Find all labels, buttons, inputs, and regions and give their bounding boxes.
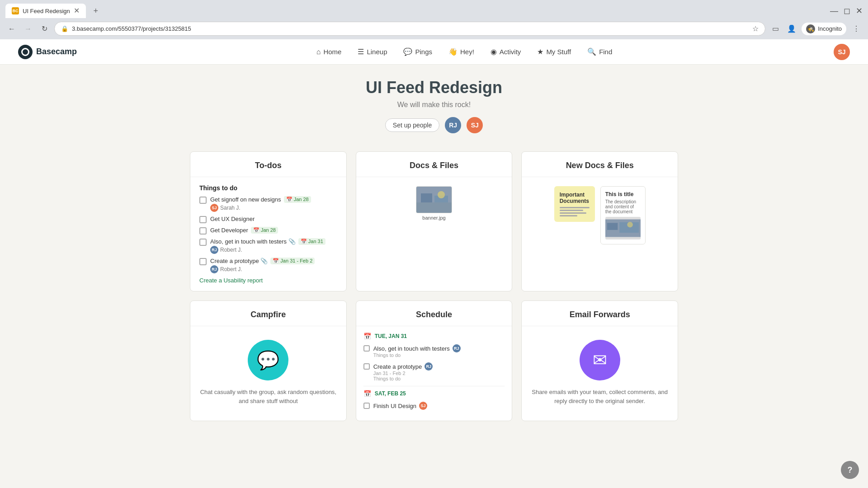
ssl-lock-icon: 🔒 — [61, 25, 68, 32]
svg-rect-3 — [416, 202, 452, 213]
todo-item-4: Also, get in touch with testers 📎 📅 Jan … — [199, 238, 337, 254]
todos-card-header[interactable]: To-dos — [190, 152, 346, 177]
todo-text-5: Create a prototype 📎 📅 Jan 31 - Feb 2 — [210, 258, 337, 264]
browser-tab[interactable]: BC UI Feed Redesign ✕ — [5, 4, 86, 18]
nav-label-find: Find — [599, 48, 612, 56]
avatar-sj[interactable]: SJ — [467, 117, 483, 133]
forward-btn[interactable]: → — [22, 23, 34, 35]
brand-logo[interactable]: Basecamp — [18, 45, 77, 59]
doc-filename: banner.jpg — [422, 215, 445, 221]
schedule-card-header[interactable]: Schedule — [356, 301, 512, 326]
todo-assignee-5: RJ Robert J. — [210, 265, 337, 273]
new-docs-card-header[interactable]: New Docs & Files — [522, 152, 678, 177]
nav-label-pings: Pings — [415, 48, 432, 56]
email-icon: ✉ — [580, 340, 620, 380]
todo-text-3: Get Developer 📅 Jan 28 — [210, 227, 337, 234]
todo-content-3: Get Developer 📅 Jan 28 — [210, 227, 337, 234]
todo-checkbox-1[interactable] — [199, 197, 207, 204]
nav-item-find[interactable]: 🔍 Find — [579, 39, 620, 65]
activity-icon: ◉ — [491, 47, 497, 56]
user-avatar[interactable]: SJ — [834, 44, 850, 60]
todo-checkbox-4[interactable] — [199, 239, 207, 246]
nav-item-home[interactable]: ⌂ Home — [308, 39, 350, 65]
browser-titlebar: BC UI Feed Redesign ✕ + ― ◻ ✕ — [0, 0, 868, 18]
schedule-date-label-2: SAT, FEB 25 — [375, 390, 406, 397]
campfire-card-header[interactable]: Campfire — [190, 301, 346, 326]
project-people: Set up people RJ SJ — [9, 117, 859, 133]
nav-label-mystuff: My Stuff — [546, 48, 571, 56]
todo-item: Get signoff on new designs 📅 Jan 28 SJ S… — [199, 196, 337, 212]
todo-checkbox-3[interactable] — [199, 227, 207, 235]
brand-icon — [18, 45, 33, 59]
schedule-checkbox-2[interactable] — [363, 363, 370, 370]
new-tab-btn[interactable]: + — [90, 5, 102, 17]
schedule-checkbox-1[interactable] — [363, 345, 370, 352]
nav-label-activity: Activity — [500, 48, 521, 56]
schedule-avatar-2: RJ — [425, 362, 433, 371]
doc-file-banner[interactable]: banner.jpg — [416, 186, 452, 221]
schedule-card-body: 📅 TUE, JAN 31 Also, get in touch with te… — [356, 326, 512, 421]
doc-line-4 — [560, 215, 578, 216]
nav-item-mystuff[interactable]: ★ My Stuff — [529, 39, 579, 65]
schedule-item-3: Finish UI Design SJ — [363, 402, 505, 410]
schedule-checkbox-3[interactable] — [363, 403, 370, 409]
profile-btn[interactable]: 👤 — [785, 23, 798, 35]
setup-people-button[interactable]: Set up people — [385, 118, 439, 132]
reload-btn[interactable]: ↻ — [38, 23, 51, 35]
nav-item-lineup[interactable]: ☰ Lineup — [349, 39, 395, 65]
incognito-label: Incognito — [818, 25, 842, 32]
create-report-link[interactable]: Create a Usability report — [199, 277, 337, 284]
docs-card-body: banner.jpg — [356, 177, 512, 230]
cards-grid: To-dos Things to do Get signoff on new d… — [163, 142, 705, 430]
schedule-date-2: 📅 SAT, FEB 25 — [363, 390, 505, 397]
email-card-header[interactable]: Email Forwards — [522, 301, 678, 326]
avatar-rj[interactable]: RJ — [445, 117, 461, 133]
menu-btn[interactable]: ⋮ — [850, 23, 863, 35]
todo-assignee-4: RJ Robert J. — [210, 246, 337, 254]
schedule-content-1: Also, get in touch with testers RJ Thing… — [373, 344, 461, 358]
todo-text-2: Get UX Designer — [210, 216, 337, 222]
docs-card-header[interactable]: Docs & Files — [356, 152, 512, 177]
nav-item-activity[interactable]: ◉ Activity — [482, 39, 529, 65]
page-content: UI Feed Redesign We will make this rock!… — [0, 65, 868, 488]
svg-rect-1 — [421, 193, 432, 202]
brand-name: Basecamp — [36, 47, 77, 56]
tab-close-btn[interactable]: ✕ — [74, 7, 80, 14]
browser-chrome: BC UI Feed Redesign ✕ + ― ◻ ✕ ← → ↻ 🔒 3.… — [0, 0, 868, 39]
todo-content-5: Create a prototype 📎 📅 Jan 31 - Feb 2 RJ… — [210, 258, 337, 273]
find-icon: 🔍 — [587, 47, 596, 56]
bookmark-icon[interactable]: ☆ — [752, 24, 759, 33]
date-badge-5: 📅 Jan 31 - Feb 2 — [270, 258, 315, 264]
campfire-icon: 💬 — [248, 340, 288, 380]
important-docs-card[interactable]: Important Documents — [554, 186, 595, 222]
incognito-badge: 🕵 Incognito — [802, 23, 846, 35]
back-btn[interactable]: ← — [5, 23, 18, 35]
todo-checkbox-5[interactable] — [199, 258, 207, 265]
nav-item-pings[interactable]: 💬 Pings — [395, 39, 440, 65]
todo-item-3: Get Developer 📅 Jan 28 — [199, 227, 337, 235]
docs-card: Docs & Files banner.jpg — [356, 151, 513, 291]
important-docs-title: Important Documents — [560, 192, 590, 204]
new-doc-card[interactable]: This is title The description and conten… — [600, 186, 646, 244]
window-close-btn[interactable]: ✕ — [856, 6, 863, 16]
schedule-sub-2b: Things to do — [373, 376, 433, 381]
nav-label-hey: Hey! — [460, 48, 474, 56]
hey-icon: 👋 — [448, 47, 458, 56]
doc-line-1 — [560, 207, 590, 208]
schedule-divider — [363, 386, 505, 386]
todo-checkbox-2[interactable] — [199, 216, 207, 223]
window-maximize-btn[interactable]: ◻ — [844, 6, 850, 16]
address-bar[interactable]: 🔒 3.basecamp.com/5550377/projects/313258… — [54, 22, 765, 36]
svg-point-4 — [438, 191, 445, 198]
doc-thumbnail — [416, 186, 452, 213]
campfire-description: Chat casually with the group, ask random… — [199, 388, 337, 405]
main-nav: ⌂ Home ☰ Lineup 💬 Pings 👋 Hey! ◉ Activit… — [95, 39, 834, 65]
incognito-icon: 🕵 — [806, 24, 815, 33]
help-button[interactable]: ? — [841, 461, 859, 479]
project-title: UI Feed Redesign — [9, 78, 859, 97]
window-minimize-btn[interactable]: ― — [830, 6, 838, 16]
cast-btn[interactable]: ▭ — [769, 23, 782, 35]
schedule-cal-icon-2: 📅 — [363, 390, 371, 397]
nav-item-hey[interactable]: 👋 Hey! — [440, 39, 482, 65]
date-badge-3: 📅 Jan 28 — [251, 227, 278, 234]
